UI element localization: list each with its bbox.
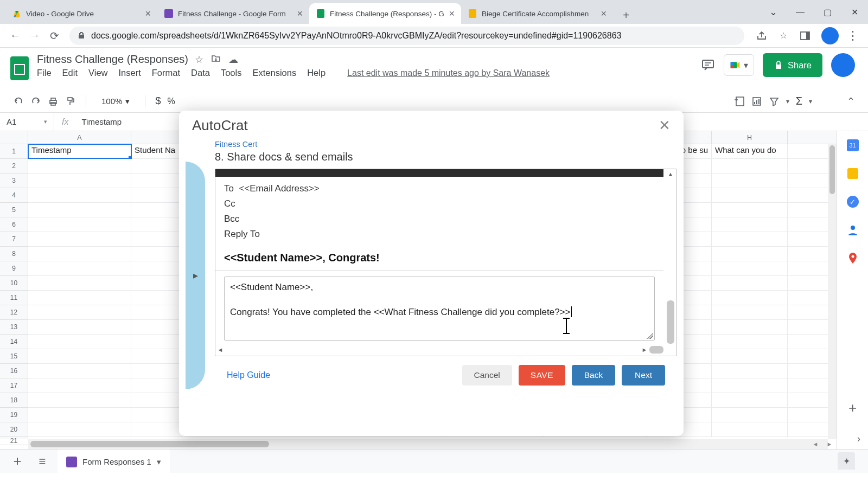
email-config-panel: To <<Email Address>> Cc Bcc Reply To <<S… xyxy=(215,169,677,356)
dialog-vertical-scrollbar[interactable]: ▲ xyxy=(665,169,676,344)
move-icon[interactable] xyxy=(211,54,221,66)
dialog-expand-tab[interactable]: ▸ xyxy=(186,162,205,389)
profile-avatar[interactable] xyxy=(821,27,839,44)
back-button[interactable]: Back xyxy=(572,365,615,386)
new-tab-button[interactable]: + xyxy=(617,7,635,24)
email-bcc-row[interactable]: Bcc xyxy=(224,211,655,227)
reload-button[interactable]: ⟳ xyxy=(44,26,64,46)
browser-tab-active[interactable]: Fitness Challenge (Responses) - G × xyxy=(309,3,461,24)
browser-tab[interactable]: Video - Google Drive × xyxy=(5,3,157,24)
cell-a1[interactable]: Timestamp xyxy=(28,144,131,158)
tasks-icon[interactable]: ✓ xyxy=(846,195,859,208)
dialog-horizontal-scrollbar[interactable]: ◄► xyxy=(215,344,665,356)
cell-h1[interactable]: What can you do xyxy=(712,144,788,158)
back-button[interactable]: ← xyxy=(5,26,25,46)
save-button[interactable]: SAVE xyxy=(519,365,565,386)
menu-data[interactable]: Data xyxy=(191,68,210,78)
fx-icon: fx xyxy=(54,117,76,127)
comments-icon[interactable] xyxy=(701,58,715,72)
close-dialog-icon[interactable]: ✕ xyxy=(659,117,671,134)
svg-rect-21 xyxy=(758,99,760,104)
scroll-left-icon[interactable]: ◄ xyxy=(808,439,822,449)
insert-link-icon[interactable] xyxy=(733,95,745,107)
menu-view[interactable]: View xyxy=(88,68,107,78)
filter-icon[interactable] xyxy=(769,96,780,107)
currency-icon[interactable]: $ xyxy=(155,95,161,107)
meet-button[interactable]: ▾ xyxy=(724,54,754,76)
email-to-row[interactable]: To <<Email Address>> xyxy=(224,181,655,196)
url-text: docs.google.com/spreadsheets/d/1WknZR645… xyxy=(91,31,621,41)
close-icon[interactable]: × xyxy=(601,8,607,20)
calendar-icon[interactable]: 31 xyxy=(846,139,859,152)
contacts-icon[interactable] xyxy=(846,223,859,236)
email-body-textarea[interactable]: <<Student Name>>, Congrats! You have com… xyxy=(224,277,655,341)
paint-format-icon[interactable] xyxy=(65,96,76,107)
tab-search-icon[interactable]: ⌄ xyxy=(760,0,787,24)
print-icon[interactable] xyxy=(48,96,59,107)
add-addon-icon[interactable]: + xyxy=(848,400,857,416)
sheets-logo[interactable] xyxy=(8,53,31,84)
menu-help[interactable]: Help xyxy=(307,68,326,78)
select-all-corner[interactable] xyxy=(0,131,28,144)
cancel-button[interactable]: Cancel xyxy=(462,365,512,386)
undo-icon[interactable] xyxy=(13,96,24,107)
functions-icon[interactable]: Σ xyxy=(796,95,802,107)
add-sheet-button[interactable]: + xyxy=(8,453,27,470)
close-window-button[interactable]: ✕ xyxy=(841,0,868,24)
menu-tools[interactable]: Tools xyxy=(221,68,242,78)
minimize-button[interactable]: ― xyxy=(787,0,814,24)
document-title[interactable]: Fitness Challenge (Responses) xyxy=(37,53,188,66)
menu-extensions[interactable]: Extensions xyxy=(252,68,296,78)
svg-rect-19 xyxy=(754,102,755,104)
chevron-down-icon[interactable]: ▾ xyxy=(786,98,789,105)
close-icon[interactable]: × xyxy=(145,8,151,20)
menu-edit[interactable]: Edit xyxy=(62,68,78,78)
explore-button[interactable]: ✦ xyxy=(838,452,855,470)
menu-file[interactable]: File xyxy=(37,68,52,78)
account-avatar[interactable] xyxy=(831,53,855,77)
browser-tab[interactable]: Biege Certificate Accomplishmen × xyxy=(461,3,613,24)
forward-button[interactable]: → xyxy=(25,26,44,46)
email-replyto-row[interactable]: Reply To xyxy=(224,227,655,242)
hide-side-panel-icon[interactable]: › xyxy=(857,433,860,445)
insert-chart-icon[interactable] xyxy=(751,96,762,107)
maximize-button[interactable]: ▢ xyxy=(814,0,841,24)
percent-icon[interactable]: % xyxy=(167,97,175,106)
chevron-down-icon[interactable]: ▾ xyxy=(157,457,161,467)
chevron-down-icon[interactable]: ▾ xyxy=(809,98,812,105)
last-edit-info[interactable]: Last edit was made 5 minutes ago by Sara… xyxy=(347,68,550,78)
redo-icon[interactable] xyxy=(30,96,41,107)
resize-handle-icon[interactable] xyxy=(647,332,653,339)
share-button[interactable]: Share xyxy=(763,53,822,77)
email-subject-input[interactable]: <<Student Name>>, Congrats! xyxy=(215,245,663,271)
close-icon[interactable]: × xyxy=(297,8,303,20)
name-box[interactable]: A1▾ xyxy=(0,113,54,131)
svg-rect-14 xyxy=(51,98,55,100)
horizontal-scrollbar[interactable] xyxy=(28,439,828,449)
zoom-select[interactable]: 100%▾ xyxy=(101,97,130,106)
forms-icon xyxy=(66,457,77,467)
menu-insert[interactable]: Insert xyxy=(119,68,141,78)
maps-icon[interactable] xyxy=(846,252,859,265)
omnibox[interactable]: 🔒︎ docs.google.com/spreadsheets/d/1WknZR… xyxy=(69,27,744,45)
vertical-scrollbar[interactable] xyxy=(828,144,837,439)
star-icon[interactable]: ☆ xyxy=(195,54,203,66)
chrome-menu-icon[interactable]: ⋮ xyxy=(843,26,863,46)
share-page-icon[interactable] xyxy=(754,28,769,43)
all-sheets-button[interactable]: ≡ xyxy=(33,454,52,468)
bookmark-icon[interactable]: ☆ xyxy=(776,28,791,43)
side-panel-icon[interactable] xyxy=(797,28,813,43)
scroll-right-icon[interactable]: ► xyxy=(822,439,837,449)
keep-icon[interactable] xyxy=(846,167,859,180)
cloud-icon[interactable]: ☁ xyxy=(228,54,238,66)
row-headers[interactable]: 123456789101112131415161718192021 xyxy=(0,144,28,439)
browser-tab[interactable]: Fitness Challenge - Google Form × xyxy=(157,3,309,24)
collapse-toolbar-icon[interactable]: ⌃ xyxy=(847,95,855,107)
menu-format[interactable]: Format xyxy=(152,68,180,78)
email-cc-row[interactable]: Cc xyxy=(224,196,655,211)
help-guide-link[interactable]: Help Guide xyxy=(227,370,270,380)
close-icon[interactable]: × xyxy=(449,8,455,20)
sheet-tab[interactable]: Form Responses 1 ▾ xyxy=(58,450,170,473)
job-name-link[interactable]: Fitness Cert xyxy=(215,140,677,149)
next-button[interactable]: Next xyxy=(622,365,665,386)
